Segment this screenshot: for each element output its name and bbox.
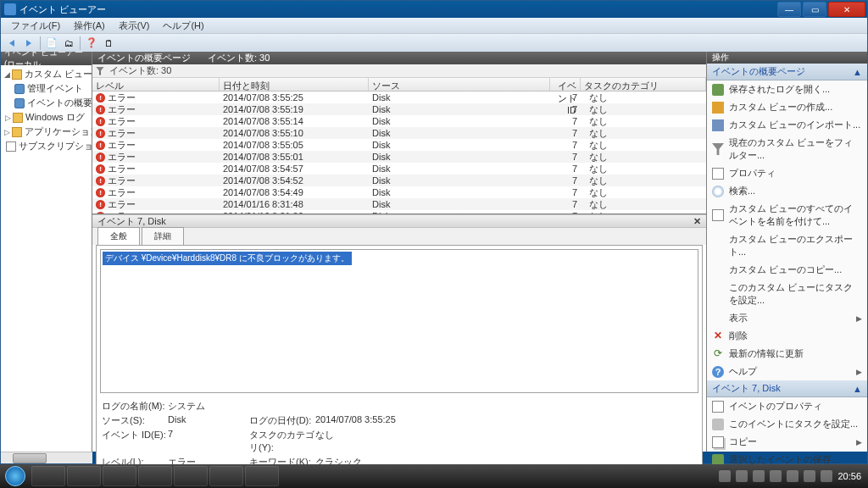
menubar: ファイル(F) 操作(A) 表示(V) ヘルプ(H) [1,18,867,33]
taskbar-item[interactable] [67,466,101,486]
tray-icon[interactable] [753,470,765,482]
action-item[interactable]: カスタム ビューの作成... [707,98,867,116]
menu-help[interactable]: ヘルプ(H) [156,18,210,34]
main-header: イベントの概要ページ イベント数: 30 [92,52,706,64]
folder-icon [13,113,23,123]
action-item[interactable]: 検索... [707,182,867,200]
col-id[interactable]: イベント ID [550,78,581,91]
taskbar-item[interactable] [245,466,279,486]
action-icon: ? [712,366,724,378]
col-cat[interactable]: タスクのカテゴリ [581,78,706,91]
action-icon [712,168,724,180]
action-icon [712,419,724,430]
scroll-thumb[interactable] [13,453,47,463]
action-item[interactable]: カスタム ビューのすべてのイベントを名前を付けて... [707,200,867,230]
col-source[interactable]: ソース [369,78,550,91]
tray-icon[interactable] [770,470,782,482]
app-icon [4,3,16,15]
tray-icon[interactable] [804,470,815,482]
action-item[interactable]: ?ヘルプ▶ [707,363,867,380]
action-icon [712,401,724,413]
tool-3[interactable]: ❓ [84,36,99,51]
tool-2[interactable]: 🗂 [61,36,76,51]
titlebar[interactable]: イベント ビューアー — ▭ ✕ [1,1,867,18]
page-icon [6,141,16,152]
toolbar: 📄 🗂 ❓ 🗒 [1,33,867,52]
action-item[interactable]: 現在のカスタム ビューをフィルター... [707,134,867,164]
tray-icon[interactable] [719,470,731,482]
actions-section-2[interactable]: イベント 7, Disk▲ [707,380,867,397]
filter-icon [14,98,25,108]
action-icon [712,186,724,197]
action-icon [712,240,724,252]
action-item[interactable]: イベントのプロパティ [707,397,867,415]
action-item[interactable]: カスタム ビューのインポート... [707,116,867,134]
taskbar-item[interactable] [31,466,65,486]
collapse-icon: ▲ [853,384,862,394]
tree-admin-events[interactable]: 管理イベント [3,81,90,96]
detail-close-button[interactable]: ✕ [693,216,701,227]
tool-1[interactable]: 📄 [44,36,59,51]
close-button[interactable]: ✕ [828,2,865,17]
forward-button[interactable] [21,36,36,51]
tab-detail[interactable]: 詳細 [142,227,184,245]
system-tray[interactable]: 20:56 [719,470,868,482]
app-window: イベント ビューアー — ▭ ✕ ファイル(F) 操作(A) 表示(V) ヘルプ… [0,0,868,464]
taskbar-item[interactable] [103,466,136,486]
taskbar-item[interactable] [138,466,172,486]
tool-4[interactable]: 🗒 [101,36,116,51]
action-icon: ✕ [712,330,724,342]
tray-icon[interactable] [787,470,798,482]
collapse-icon: ▲ [853,67,862,77]
tree-header: イベント ビューアー (ローカル [1,52,92,65]
detail-tabs: 全般 詳細 [92,228,706,245]
col-level[interactable]: レベル [92,78,220,91]
tree-custom-views[interactable]: ◢カスタム ビュー [3,67,90,81]
tree-windows-logs[interactable]: ▷Windows ログ [3,110,90,125]
menu-action[interactable]: 操作(A) [67,18,112,34]
message-box[interactable]: デバイス ¥Device¥Harddisk8¥DR8 に不良ブロックがあります。 [100,249,698,393]
tray-icon[interactable] [821,470,832,482]
tree-summary-page[interactable]: イベントの概要ページ [3,96,90,110]
back-button[interactable] [4,36,19,51]
action-item[interactable]: カスタム ビューのコピー... [707,261,867,279]
maximize-button[interactable]: ▭ [803,2,826,17]
submenu-arrow-icon: ▶ [856,438,862,446]
action-icon: ⟳ [712,348,724,360]
taskbar-item[interactable] [209,466,243,486]
filter-row[interactable]: イベント数: 30 [92,64,706,78]
action-item[interactable]: 保存されたログを開く... [707,80,867,98]
menu-view[interactable]: 表示(V) [112,18,157,34]
action-item[interactable]: ⟳最新の情報に更新 [707,345,867,363]
funnel-icon [96,67,104,75]
arrow-left-icon [9,40,14,47]
tab-general[interactable]: 全般 [97,227,140,246]
error-icon: ! [96,212,105,214]
taskbar-item[interactable] [174,466,208,486]
action-item[interactable]: プロパティ [707,164,867,182]
action-icon [712,84,724,96]
table-row[interactable]: !エラー2014/01/16 8:31:36Disk7なし [92,210,706,214]
tray-icon[interactable] [736,470,748,482]
action-item[interactable]: ✕削除 [707,327,867,345]
taskbar[interactable]: 20:56 [0,464,868,488]
tree-app-services[interactable]: ▷アプリケーションとサービ [3,125,90,139]
col-date[interactable]: 日付と時刻 [220,78,369,91]
action-item[interactable]: このイベントにタスクを設定... [707,415,867,433]
actions-section-1[interactable]: イベントの概要ページ▲ [707,64,867,80]
divider [80,36,81,50]
tree-subscriptions[interactable]: サブスクリプション [3,139,90,153]
action-item[interactable]: このカスタム ビューにタスクを設定... [707,279,867,309]
actions-header: 操作 [707,52,867,64]
list-body[interactable]: !エラー2014/07/08 3:55:25Disk7なし!エラー2014/07… [92,92,706,214]
minimize-button[interactable]: — [777,2,801,17]
action-item[interactable]: 表示▶ [707,309,867,327]
detail-header: イベント 7, Disk ✕ [92,214,706,228]
action-item[interactable]: カスタム ビューのエクスポート... [707,230,867,261]
start-button[interactable] [0,464,31,488]
action-item[interactable]: コピー▶ [707,433,867,451]
clock[interactable]: 20:56 [837,471,861,481]
tree-hscroll[interactable] [1,452,92,463]
action-icon [712,102,724,114]
menu-file[interactable]: ファイル(F) [4,18,67,34]
